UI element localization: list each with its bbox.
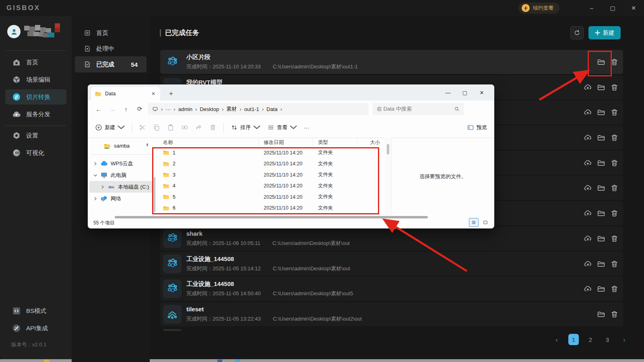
file-row[interactable]: 5 2025/11/10 14:20 文件夹 — [156, 191, 385, 203]
publish-task-button[interactable] — [584, 108, 592, 117]
open-folder-button[interactable] — [597, 209, 606, 218]
delete-task-button[interactable] — [610, 259, 619, 268]
paste-button[interactable] — [167, 124, 174, 131]
tab-close-button[interactable]: ✕ — [151, 91, 156, 97]
delete-task-button[interactable] — [610, 310, 619, 319]
delete-task-button[interactable] — [610, 209, 619, 218]
open-folder-button[interactable] — [597, 58, 606, 66]
horizontal-scrollbar[interactable] — [115, 216, 428, 218]
open-folder-button[interactable] — [597, 183, 606, 192]
more-options-button[interactable]: ··· — [304, 125, 309, 131]
task-row[interactable]: shark 完成时间：2025-11-06 10:05:11C:\Users\a… — [160, 226, 623, 251]
publish-task-button[interactable] — [584, 183, 592, 192]
column-header-type[interactable]: 类型 — [313, 139, 357, 146]
back-button[interactable]: ← — [92, 105, 105, 113]
new-item-button[interactable]: 新建 — [95, 124, 125, 131]
delete-button[interactable] — [209, 124, 217, 131]
details-view-button[interactable] — [469, 218, 479, 227]
open-folder-button[interactable] — [597, 83, 606, 92]
publish-task-button[interactable] — [584, 234, 592, 243]
prev-page-button[interactable]: ‹ — [551, 334, 562, 345]
file-row[interactable]: 2 2025/11/10 14:20 文件夹 — [156, 158, 385, 170]
breadcrumb-out1-1[interactable]: out1-1 — [244, 106, 259, 112]
breadcrumb-overflow[interactable]: ··· — [165, 106, 171, 112]
nav-item-this-pc[interactable]: 此电脑 — [88, 169, 156, 181]
sidebar-item-bs-mode[interactable]: BS模式 — [5, 303, 66, 319]
file-row[interactable]: 1 2025/11/10 14:20 文件夹 — [156, 147, 385, 158]
file-row[interactable]: 3 2025/11/10 14:20 文件夹 — [156, 169, 385, 181]
publish-task-button[interactable] — [584, 83, 592, 92]
nav-item-local-disk-c[interactable]: 本地磁盘 (C:) — [89, 181, 152, 193]
delete-task-button[interactable] — [610, 183, 619, 192]
delete-task-button[interactable] — [610, 133, 619, 142]
open-folder-button[interactable] — [597, 259, 606, 268]
thumbnail-view-button[interactable] — [481, 218, 490, 227]
column-header-size[interactable]: 大小 — [357, 139, 385, 146]
page-3-button[interactable]: 3 — [602, 334, 613, 345]
file-row[interactable]: 6 2025/11/10 14:20 文件夹 — [156, 203, 385, 214]
breadcrumb-sucai[interactable]: 素材 — [227, 105, 237, 113]
sidebar-item-api-integration[interactable]: API集成 — [5, 321, 66, 336]
explorer-tab-data[interactable]: Data ✕ — [91, 87, 160, 101]
task-row[interactable]: 小区片段 完成时间：2025-11-10 14:20:33C:\Users\ad… — [160, 50, 623, 74]
task-row[interactable]: 工业设施_144508 完成时间：2025-11-05 14:50:40C:\U… — [160, 277, 623, 301]
refresh-button[interactable]: ⟳ — [133, 105, 147, 113]
sort-button[interactable]: 排序 — [231, 124, 260, 131]
delete-task-button[interactable] — [610, 108, 619, 117]
subnav-item-completed[interactable]: 已完成 54 — [75, 56, 147, 72]
delete-task-button[interactable] — [610, 158, 619, 167]
next-page-button[interactable]: › — [619, 334, 630, 345]
forward-button[interactable]: → — [105, 105, 119, 113]
share-button[interactable] — [195, 124, 202, 131]
nav-item-samba[interactable]: samba — [88, 140, 156, 152]
up-button[interactable]: ↑ — [119, 105, 133, 113]
column-header-name[interactable]: 名称⌃ — [156, 139, 259, 146]
renew-plan-button[interactable]: 续约套餐 — [518, 2, 559, 14]
explorer-minimize-button[interactable]: — — [440, 84, 456, 101]
avatar[interactable] — [7, 25, 21, 38]
subnav-item-processing[interactable]: 处理中 — [75, 41, 147, 57]
nav-scrollbar[interactable] — [154, 177, 155, 212]
sidebar-item-settings[interactable]: 设置 — [5, 128, 66, 143]
nav-item-wps-cloud[interactable]: WPS云盘 — [88, 158, 156, 169]
search-box[interactable]: 在 Data 中搜索 — [373, 103, 464, 115]
task-row[interactable]: tileset 完成时间：2025-11-05 13:22:43C:\Users… — [160, 302, 623, 326]
explorer-close-button[interactable]: ✕ — [473, 84, 490, 101]
publish-task-button[interactable] — [584, 259, 592, 268]
publish-task-button[interactable] — [584, 209, 592, 218]
file-list-scrollbar[interactable] — [385, 138, 391, 215]
new-task-button[interactable]: 新建 — [588, 26, 621, 39]
copy-button[interactable] — [153, 124, 160, 131]
maximize-button[interactable]: ▢ — [602, 0, 623, 16]
sidebar-item-slice-convert[interactable]: 切片转换 — [5, 89, 66, 105]
breadcrumb[interactable]: › ··· › admin › Desktop › 素材 › out1-1 › … — [148, 103, 369, 115]
rename-button[interactable] — [181, 124, 188, 131]
task-row[interactable]: 工业设施_144508 完成时间：2025-11-05 15:14:12C:\U… — [160, 252, 623, 276]
delete-task-button[interactable] — [610, 284, 619, 293]
open-folder-button[interactable] — [597, 158, 606, 167]
open-folder-button[interactable] — [597, 234, 606, 243]
close-button[interactable]: ✕ — [623, 0, 644, 16]
sidebar-item-home[interactable]: 首页 — [5, 55, 66, 70]
nav-item-network[interactable]: 网络 — [88, 193, 156, 204]
sidebar-item-visualization[interactable]: 可视化 — [5, 145, 66, 160]
page-2-button[interactable]: 2 — [585, 334, 596, 345]
sidebar-item-scene-edit[interactable]: 场景编辑 — [5, 72, 66, 87]
publish-task-button[interactable] — [584, 158, 592, 167]
breadcrumb-desktop[interactable]: Desktop — [200, 106, 219, 112]
breadcrumb-admin[interactable]: admin — [178, 106, 192, 112]
publish-task-button[interactable] — [584, 284, 592, 293]
refresh-button[interactable] — [570, 26, 584, 39]
subnav-item-home[interactable]: 首页 — [75, 25, 147, 41]
delete-task-button[interactable] — [610, 83, 619, 92]
open-folder-button[interactable] — [597, 133, 606, 142]
breadcrumb-data[interactable]: Data — [266, 106, 277, 112]
column-header-date[interactable]: 修改日期 — [259, 139, 313, 146]
view-button[interactable]: 查看 — [267, 124, 297, 131]
explorer-maximize-button[interactable]: ▢ — [456, 84, 473, 101]
delete-task-button[interactable] — [610, 234, 619, 243]
open-folder-button[interactable] — [597, 108, 606, 117]
sidebar-item-service-dispatch[interactable]: 服务分发 — [5, 107, 66, 122]
page-1-button[interactable]: 1 — [568, 334, 579, 345]
new-tab-button[interactable]: + — [167, 89, 175, 98]
